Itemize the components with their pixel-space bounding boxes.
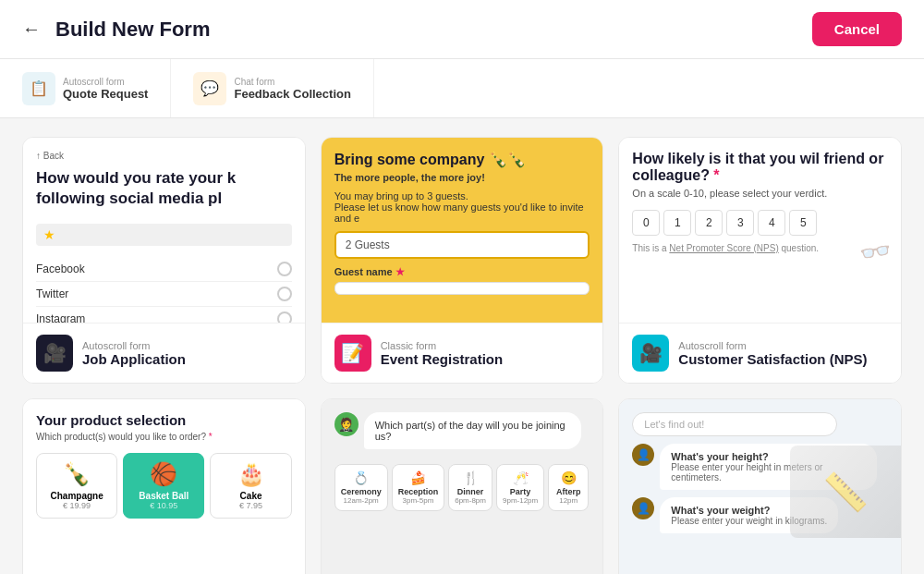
preview-nps-scale-label: On a scale 0-10, please select your verd… xyxy=(632,188,888,199)
strip-icon-quote: 📋 xyxy=(22,72,55,105)
footer-text-job: Autoscroll form Job Application xyxy=(82,340,186,367)
preview-guest-name-input xyxy=(334,282,590,295)
rating-star: ★ xyxy=(43,227,55,242)
radio-instagram xyxy=(277,311,292,323)
slot-afterparty: 😊 Afterp 12pm xyxy=(548,464,589,511)
user-avatar-weight: 👤 xyxy=(632,497,654,519)
card-wedding-rsvp[interactable]: 🤵 Which part(s) of the day will you be j… xyxy=(321,398,604,574)
social-instagram: Instagram xyxy=(36,307,292,323)
slot-dinner: 🍴 Dinner 6pm-8pm xyxy=(448,464,492,511)
back-link: ↑ Back xyxy=(36,151,292,161)
chat-bubble-question: Which part(s) of the day will you be joi… xyxy=(364,412,581,449)
slot-party: 🥂 Party 9pm-12pm xyxy=(496,464,544,511)
product-grid: 🍾 Champagne € 19.99 🏀 Basket Ball € 10.9… xyxy=(36,453,292,519)
preview-webshop-question: Which product(s) would you like to order… xyxy=(36,432,292,442)
cancel-button[interactable]: Cancel xyxy=(812,12,902,46)
preview-webshop: Your product selection Which product(s) … xyxy=(23,399,305,574)
user-avatar-height: 👤 xyxy=(632,444,654,466)
page-title: Build New Form xyxy=(55,18,210,42)
preview-event-subtitle: The more people, the more joy! xyxy=(334,172,590,183)
preview-webshop-title: Your product selection xyxy=(36,412,292,428)
back-button[interactable]: ← xyxy=(22,18,41,40)
preview-event-desc: You may bring up to 3 guests.Please let … xyxy=(334,190,590,224)
card-calculation-wizard[interactable]: 📏 Let's find out! 👤 What's your height? … xyxy=(618,398,902,574)
preview-nps-question: How likely is it that you wil friend or … xyxy=(632,151,888,184)
slot-ceremony: 💍 Ceremony 12am-2pm xyxy=(334,464,388,511)
card-footer-job: 🎥 Autoscroll form Job Application xyxy=(23,323,305,383)
nps-note: This is a Net Promoter Score (NPS) quest… xyxy=(632,243,888,253)
preview-nps: How likely is it that you wil friend or … xyxy=(619,138,901,323)
preview-event-registration: Bring some company 🍾🍾 The more people, t… xyxy=(322,138,603,323)
strip-item-feedback[interactable]: 💬 Chat form Feedback Collection xyxy=(171,59,373,117)
footer-text-nps: Autoscroll form Customer Satisfaction (N… xyxy=(678,340,867,367)
card-footer-event: 📝 Classic form Event Registration xyxy=(322,323,603,383)
card-nps[interactable]: How likely is it that you wil friend or … xyxy=(618,137,902,384)
main-content: ↑ Back How would you rate your kfollowin… xyxy=(0,118,924,574)
preview-event-title: Bring some company 🍾🍾 xyxy=(334,151,590,168)
footer-icon-event: 📝 xyxy=(334,335,371,372)
nps-scale: 0 1 2 3 4 5 xyxy=(632,210,888,236)
chat-bubbles: 🤵 Which part(s) of the day will you be j… xyxy=(334,412,590,511)
template-grid: ↑ Back How would you rate your kfollowin… xyxy=(22,137,902,574)
social-twitter: Twitter xyxy=(36,282,292,307)
preview-calc-wizard: 📏 Let's find out! 👤 What's your height? … xyxy=(619,399,901,574)
product-champagne: 🍾 Champagne € 19.99 xyxy=(36,453,117,519)
tape-measure-decoration: 📏 xyxy=(790,446,901,538)
preview-wedding-rsvp: 🤵 Which part(s) of the day will you be j… xyxy=(322,399,603,574)
top-strip: 📋 Autoscroll form Quote Request 💬 Chat f… xyxy=(0,59,924,118)
card-event-registration[interactable]: Bring some company 🍾🍾 The more people, t… xyxy=(321,137,604,384)
bot-avatar: 🤵 xyxy=(334,412,359,436)
footer-icon-job: 🎥 xyxy=(36,335,73,372)
header-left: ← Build New Form xyxy=(22,18,210,42)
slot-reception: 🍰 Reception 3pm-5pm xyxy=(392,464,445,511)
strip-text-feedback: Chat form Feedback Collection xyxy=(234,77,350,101)
product-cake: 🎂 Cake € 7.95 xyxy=(210,453,291,519)
radio-facebook xyxy=(277,262,292,276)
calc-input: Let's find out! xyxy=(632,412,836,436)
card-webshop[interactable]: Your product selection Which product(s) … xyxy=(22,398,306,574)
time-slots: 💍 Ceremony 12am-2pm 🍰 Reception 3pm-5pm … xyxy=(334,464,590,511)
preview-guest-name-label: Guest name ★ xyxy=(334,266,590,278)
preview-guests-input: 2 Guests xyxy=(334,231,590,259)
strip-text-quote: Autoscroll form Quote Request xyxy=(63,77,148,101)
preview-question: How would you rate your kfollowing socia… xyxy=(36,168,292,209)
card-footer-nps: 🎥 Autoscroll form Customer Satisfaction … xyxy=(619,323,901,383)
strip-icon-feedback: 💬 xyxy=(193,72,226,105)
footer-icon-nps: 🎥 xyxy=(632,335,669,372)
footer-text-event: Classic form Event Registration xyxy=(381,340,504,367)
preview-job-application: ↑ Back How would you rate your kfollowin… xyxy=(23,138,305,323)
product-basketball: 🏀 Basket Ball € 10.95 xyxy=(123,453,204,519)
glasses-decoration: 👓 xyxy=(857,234,894,270)
card-job-application[interactable]: ↑ Back How would you rate your kfollowin… xyxy=(22,137,306,384)
radio-twitter xyxy=(277,287,292,301)
header: ← Build New Form Cancel xyxy=(0,0,924,59)
social-facebook: Facebook xyxy=(36,257,292,282)
strip-item-quote-request[interactable]: 📋 Autoscroll form Quote Request xyxy=(0,59,171,117)
rating-bar: ★ xyxy=(36,224,292,246)
